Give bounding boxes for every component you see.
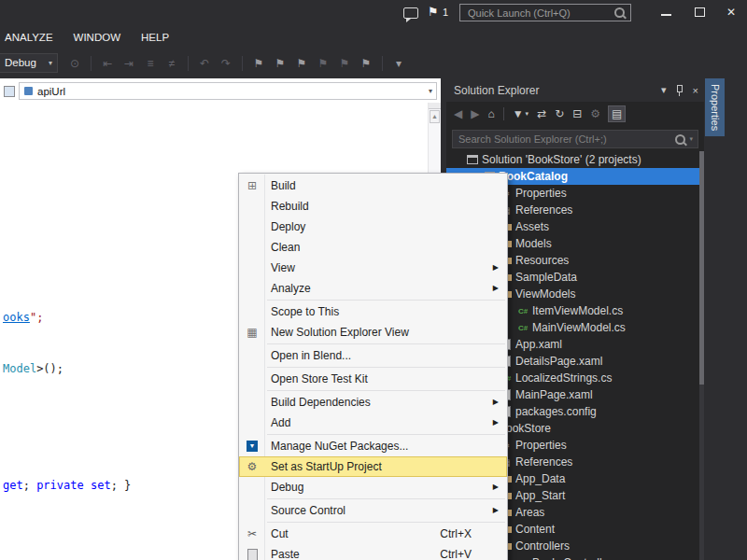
- menu-item-manage-nuget-packages[interactable]: Manage NuGet Packages...: [239, 436, 507, 456]
- solution-explorer-header[interactable]: Solution Explorer ▾ ×: [446, 78, 704, 102]
- submenu-arrow-icon: ▶: [493, 278, 499, 299]
- menu-item-label: Manage NuGet Packages...: [271, 440, 408, 453]
- menu-item-source-control[interactable]: Source Control▶: [239, 500, 507, 521]
- search-icon: [614, 7, 625, 18]
- close-button[interactable]: ✕: [716, 0, 746, 24]
- toggle-bookmark-icon[interactable]: ⚑: [251, 57, 266, 70]
- member-dropdown-label: apiUrl: [37, 86, 65, 97]
- menu-help[interactable]: HELP: [131, 26, 179, 49]
- forward-icon[interactable]: ▶: [471, 106, 479, 121]
- tree-item-label: Resources: [515, 254, 569, 267]
- menu-analyze[interactable]: ANALYZE: [0, 26, 63, 49]
- tree-item-label: ViewModels: [515, 287, 575, 301]
- member-dropdown[interactable]: apiUrl ▾: [19, 82, 437, 100]
- home-icon[interactable]: ⌂: [487, 106, 494, 121]
- close-icon[interactable]: ×: [693, 85, 698, 96]
- menu-item-clean[interactable]: Clean: [239, 237, 507, 258]
- field-icon: [24, 87, 33, 95]
- maximize-icon: [695, 7, 705, 17]
- tree-item-label: Areas: [515, 506, 544, 519]
- next-bookmark-icon[interactable]: ⚑: [294, 57, 309, 70]
- comment-lines-icon[interactable]: ≡: [143, 57, 158, 70]
- notifications-flag-icon[interactable]: ⚑: [428, 5, 439, 20]
- tree-item-solution-bookstore-2-projects[interactable]: Solution 'BookStore' (2 projects): [446, 151, 699, 168]
- search-icon: [675, 134, 685, 145]
- code-segment: [84, 479, 91, 492]
- project-dropdown-icon[interactable]: [4, 86, 15, 97]
- code-segment: private: [36, 479, 84, 492]
- previous-bookmark-folder-icon[interactable]: ⚑: [316, 57, 331, 70]
- previous-bookmark-icon[interactable]: ⚑: [273, 57, 288, 70]
- overflow-chevron-icon[interactable]: ▾: [391, 57, 406, 70]
- preview-icon[interactable]: ▤: [609, 106, 625, 121]
- menu-item-deploy[interactable]: Deploy: [239, 217, 507, 237]
- refresh-icon[interactable]: ↻: [555, 106, 564, 121]
- properties-gear-icon[interactable]: ⚙: [590, 106, 600, 121]
- feedback-bubble-icon[interactable]: [403, 7, 418, 19]
- quick-launch-input[interactable]: [466, 7, 614, 20]
- menu-item-analyze[interactable]: Analyze▶: [239, 278, 507, 299]
- splitter-handle[interactable]: [429, 103, 441, 109]
- collapse-all-icon[interactable]: ⊟: [572, 106, 582, 121]
- menu-item-view[interactable]: View▶: [239, 258, 507, 278]
- filter-icon[interactable]: ▼: [513, 106, 524, 121]
- tree-item-label: Properties: [515, 439, 567, 452]
- properties-tab[interactable]: Properties: [705, 78, 725, 136]
- menu-item-label: Build Dependencies: [271, 396, 371, 409]
- menu-item-debug[interactable]: Debug▶: [239, 477, 507, 497]
- next-bookmark-folder-icon[interactable]: ⚑: [337, 57, 352, 70]
- maximize-button[interactable]: [684, 0, 714, 24]
- menu-item-build[interactable]: Build: [239, 175, 507, 196]
- back-icon[interactable]: ◀: [454, 106, 462, 121]
- menu-item-scope-to-this[interactable]: Scope to This: [239, 301, 507, 322]
- solution-search-box: ▾: [452, 130, 698, 148]
- clear-bookmarks-icon[interactable]: ⚑: [359, 57, 374, 70]
- standard-toolbar: Debug ▾ ⊙⇤⇥≡≠↶↷⚑⚑⚑⚑⚑⚑▾: [0, 49, 747, 78]
- menu-item-label: Deploy: [271, 220, 305, 233]
- tree-item-label: Solution 'BookStore' (2 projects): [482, 153, 641, 166]
- uncomment-lines-icon[interactable]: ≠: [164, 57, 179, 70]
- submenu-arrow-icon: ▶: [493, 392, 499, 413]
- menu-item-rebuild[interactable]: Rebuild: [239, 196, 507, 217]
- decrease-indent-icon[interactable]: ⇤: [100, 57, 115, 70]
- pin-icon[interactable]: [675, 84, 684, 96]
- menu-item-label: Analyze: [271, 282, 311, 295]
- menu-separator: [267, 522, 505, 523]
- scroll-up-arrow-icon[interactable]: ▲: [430, 110, 440, 123]
- quick-info-icon[interactable]: ⊙: [67, 57, 82, 70]
- tree-item-label: Assets: [515, 220, 549, 233]
- editor-navigation-bar: apiUrl ▾: [0, 81, 437, 101]
- solution-search-input[interactable]: [453, 133, 675, 146]
- paste-icon: [245, 547, 260, 560]
- window-menu-chevron-icon[interactable]: ▾: [661, 84, 667, 96]
- menu-item-label: Paste: [271, 548, 300, 560]
- undo-icon[interactable]: ↶: [197, 57, 212, 70]
- increase-indent-icon[interactable]: ⇥: [121, 57, 136, 70]
- tree-item-label: Properties: [515, 187, 567, 200]
- redo-icon[interactable]: ↷: [218, 57, 233, 70]
- menu-item-cut[interactable]: CutCtrl+X: [239, 524, 507, 544]
- sync-icon[interactable]: ⇄: [537, 106, 546, 121]
- csharp-icon: [515, 303, 530, 318]
- menu-item-set-as-startup-project[interactable]: Set as StartUp Project: [239, 456, 507, 477]
- menu-item-label: Build: [271, 179, 296, 192]
- tree-item-label: App_Data: [515, 472, 565, 485]
- menu-item-label: Scope to This: [271, 305, 339, 318]
- menu-item-open-store-test-kit[interactable]: Open Store Test Kit: [239, 369, 507, 389]
- menu-item-new-solution-explorer-view[interactable]: New Solution Explorer View: [239, 322, 507, 343]
- solution-configuration-combo[interactable]: Debug ▾: [0, 53, 58, 73]
- tree-item-label: References: [515, 203, 572, 217]
- menu-separator: [267, 300, 505, 301]
- toolbar-separator: [91, 56, 92, 71]
- startup-icon: [245, 459, 260, 474]
- menu-item-paste[interactable]: PasteCtrl+V: [239, 544, 507, 560]
- menu-window[interactable]: WINDOW: [63, 26, 131, 49]
- menu-item-add[interactable]: Add▶: [239, 413, 507, 433]
- menu-item-open-in-blend[interactable]: Open in Blend...: [239, 345, 507, 366]
- code-segment: >();: [36, 362, 63, 375]
- minimize-button[interactable]: [651, 0, 681, 24]
- menu-separator: [267, 343, 505, 344]
- tree-item-label: ItemViewModel.cs: [532, 304, 623, 317]
- toolbar-separator: [188, 56, 189, 71]
- menu-item-build-dependencies[interactable]: Build Dependencies▶: [239, 392, 507, 413]
